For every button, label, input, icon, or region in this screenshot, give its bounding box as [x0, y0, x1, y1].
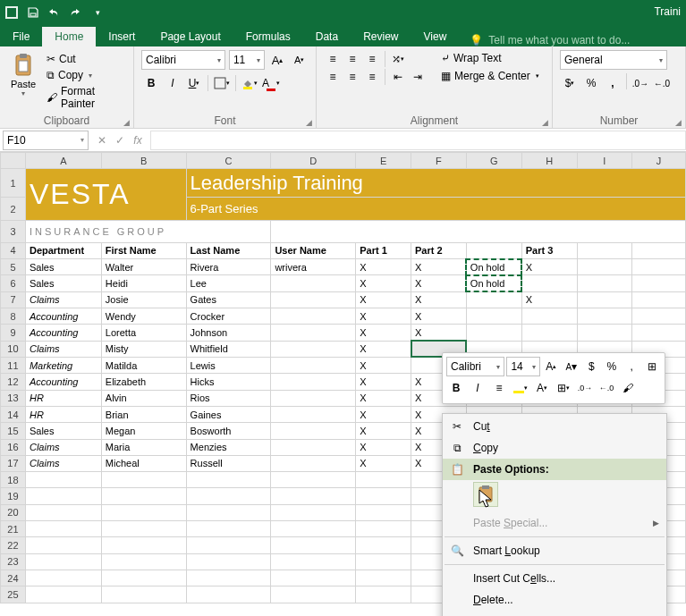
cell[interactable]: X — [356, 308, 411, 325]
cell[interactable]: X — [356, 455, 411, 471]
cell[interactable] — [466, 308, 521, 325]
cell[interactable] — [271, 423, 356, 439]
table-header[interactable]: First Name — [101, 242, 186, 258]
cell[interactable]: Menzies — [186, 439, 271, 455]
cell[interactable]: Crocker — [186, 308, 271, 325]
table-header[interactable]: User Name — [271, 242, 356, 258]
mini-align-icon[interactable]: ≡ — [489, 378, 509, 398]
cell[interactable] — [101, 586, 186, 603]
row-header[interactable]: 17 — [1, 455, 26, 471]
cell[interactable]: X — [411, 275, 467, 291]
row-header[interactable]: 7 — [1, 291, 26, 308]
table-header[interactable]: Part 2 — [411, 242, 467, 258]
cell[interactable]: wrivera — [271, 259, 356, 275]
ctx-delete[interactable]: Delete... — [443, 589, 666, 611]
cell[interactable]: Loretta — [101, 325, 186, 341]
cell[interactable] — [356, 570, 411, 586]
col-header[interactable]: I — [577, 153, 632, 169]
cell[interactable]: X — [356, 390, 411, 406]
tab-view[interactable]: View — [411, 27, 460, 46]
ctx-insert-cut-cells[interactable]: Insert Cut Cells... — [443, 568, 666, 589]
increase-decimal-icon[interactable]: .0→ — [631, 73, 650, 93]
cell[interactable]: X — [356, 357, 411, 373]
font-size-select[interactable]: 11▾ — [229, 50, 265, 70]
cell[interactable]: Rios — [186, 390, 271, 406]
mini-currency-icon[interactable]: $ — [582, 357, 600, 376]
mini-percent-icon[interactable]: % — [603, 357, 621, 376]
redo-icon[interactable] — [68, 4, 84, 21]
mini-borders-icon[interactable]: ⊞▾ — [554, 378, 573, 398]
cell[interactable]: X — [411, 259, 467, 275]
cell[interactable]: Whitfield — [186, 341, 271, 357]
row-header[interactable]: 1 — [1, 169, 26, 198]
align-center-icon[interactable]: ≡ — [343, 68, 361, 86]
cell[interactable]: Lewis — [186, 357, 271, 373]
cell[interactable]: Wendy — [101, 308, 186, 325]
cell[interactable] — [271, 406, 356, 422]
cancel-icon[interactable]: ✕ — [93, 131, 111, 149]
cell[interactable]: X — [411, 308, 467, 325]
decrease-font-icon[interactable]: A▾ — [290, 50, 309, 70]
fx-icon[interactable]: fx — [129, 131, 147, 149]
row-header[interactable]: 21 — [1, 521, 26, 537]
cell[interactable] — [186, 586, 271, 603]
cell[interactable]: Rivera — [186, 259, 271, 275]
cell[interactable]: Elizabeth — [101, 374, 186, 390]
align-top-icon[interactable]: ≡ — [324, 50, 342, 68]
cell[interactable] — [271, 275, 356, 291]
cell[interactable] — [356, 553, 411, 570]
row-header[interactable]: 23 — [1, 553, 26, 570]
cell[interactable] — [271, 374, 356, 390]
tab-data[interactable]: Data — [303, 27, 351, 46]
row-header[interactable]: 18 — [1, 472, 26, 488]
cell[interactable] — [186, 521, 271, 537]
mini-bold-icon[interactable]: B — [446, 378, 466, 398]
format-painter-button[interactable]: 🖌Format Painter — [43, 84, 126, 111]
align-bottom-icon[interactable]: ≡ — [363, 50, 381, 68]
row-header[interactable]: 11 — [1, 357, 26, 373]
cell[interactable] — [101, 504, 186, 520]
ctx-clear-contents[interactable]: Clear Contents — [443, 611, 666, 616]
cell[interactable]: Claims — [25, 291, 101, 308]
cell[interactable] — [25, 521, 101, 537]
decrease-decimal-icon[interactable]: ←.0 — [652, 73, 672, 93]
qat-customize-icon[interactable]: ▾ — [89, 4, 106, 21]
cell[interactable]: X — [356, 439, 411, 455]
cell[interactable] — [271, 308, 356, 325]
undo-icon[interactable] — [47, 4, 63, 21]
cell[interactable]: X — [521, 291, 577, 308]
cell[interactable] — [271, 291, 356, 308]
cell[interactable]: X — [356, 341, 411, 357]
font-dialog-launcher[interactable]: ◢ — [306, 118, 312, 127]
cell[interactable]: Walter — [101, 259, 186, 275]
cell[interactable] — [101, 521, 186, 537]
tell-me-search[interactable]: 💡 Tell me what you want to do... — [470, 34, 630, 46]
cell[interactable]: Brian — [101, 406, 186, 422]
cell[interactable]: X — [411, 291, 467, 308]
mini-format-icon[interactable]: ⊞ — [642, 357, 660, 376]
align-middle-icon[interactable]: ≡ — [343, 50, 361, 68]
row-header[interactable]: 19 — [1, 488, 26, 504]
font-color-button[interactable]: A▾ — [261, 73, 281, 93]
cell[interactable]: Gates — [186, 291, 271, 308]
cell[interactable]: Sales — [25, 275, 101, 291]
cell[interactable] — [356, 537, 411, 553]
cell[interactable]: Claims — [25, 439, 101, 455]
cell[interactable] — [466, 291, 521, 308]
cell[interactable]: X — [356, 275, 411, 291]
col-header[interactable]: A — [25, 153, 101, 169]
cell[interactable] — [521, 325, 577, 341]
cell[interactable] — [356, 504, 411, 520]
cell[interactable] — [271, 586, 356, 603]
ctx-smart-lookup[interactable]: 🔍 Smart Lookup — [443, 540, 666, 561]
tab-page-layout[interactable]: Page Layout — [148, 27, 233, 46]
row-header[interactable]: 10 — [1, 341, 26, 357]
cell[interactable] — [521, 308, 577, 325]
mini-comma-icon[interactable]: , — [622, 357, 640, 376]
cell[interactable] — [271, 570, 356, 586]
cell[interactable] — [25, 504, 101, 520]
mini-shrink-font-icon[interactable]: A▾ — [563, 357, 580, 376]
ctx-cut[interactable]: ✂ Cut — [443, 416, 666, 437]
row-header[interactable]: 14 — [1, 406, 26, 422]
col-header[interactable]: D — [271, 153, 356, 169]
